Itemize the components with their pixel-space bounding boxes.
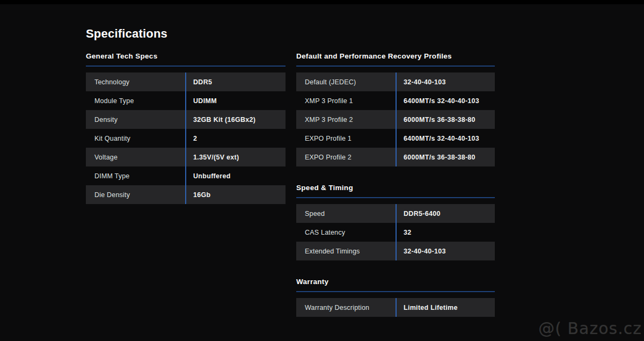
spec-label: Kit Quantity [86, 135, 185, 142]
spec-label: XMP 3 Profile 2 [296, 116, 396, 124]
page-title: Specifications [86, 27, 167, 41]
section-warranty: WarrantyWarranty DescriptionLimited Life… [296, 278, 495, 317]
section-underline-accent [296, 66, 495, 67]
spec-value: 2 [185, 135, 286, 142]
column-divider [396, 72, 397, 166]
spec-value: 6000MT/s 36-38-38-80 [396, 154, 495, 161]
spec-label: Die Density [86, 191, 185, 199]
bazos-watermark: @( Bazos.cz [538, 319, 642, 338]
section-title: Speed & Timing [296, 184, 495, 192]
spec-label: Default (JEDEC) [296, 78, 396, 86]
spec-label: Technology [86, 78, 185, 86]
spec-value: Limited Lifetime [396, 304, 495, 311]
spec-label: DIMM Type [86, 172, 185, 180]
column-divider [396, 298, 397, 317]
section-underline-accent [86, 66, 286, 67]
spec-table: SpeedDDR5-6400CAS Latency32Extended Timi… [296, 204, 495, 260]
section-title: General Tech Specs [86, 52, 286, 60]
specs-column-left: General Tech SpecsTechnologyDDR5Module T… [86, 52, 286, 221]
section-speed-timing: Speed & TimingSpeedDDR5-6400CAS Latency3… [296, 184, 495, 260]
specs-column-right: Default and Performance Recovery Profile… [296, 52, 495, 334]
spec-label: CAS Latency [296, 229, 396, 236]
window-top-edge [0, 0, 644, 4]
spec-value: 32-40-40-103 [396, 248, 495, 255]
spec-value: 6400MT/s 32-40-40-103 [396, 135, 495, 142]
spec-value: 1.35V/(5V ext) [185, 154, 286, 161]
spec-value: 6400MT/s 32-40-40-103 [396, 97, 495, 105]
spec-value: 16Gb [185, 191, 286, 199]
spec-value: 6000MT/s 36-38-38-80 [396, 116, 495, 124]
spec-table: Default (JEDEC)32-40-40-103XMP 3 Profile… [296, 72, 495, 166]
column-divider [185, 72, 186, 204]
spec-value: Unbuffered [185, 172, 286, 180]
spec-value: 32-40-40-103 [396, 78, 495, 86]
spec-value: 32GB Kit (16GBx2) [185, 116, 286, 124]
spec-label: Extended Timings [296, 248, 396, 255]
spec-table: Warranty DescriptionLimited Lifetime [296, 298, 495, 317]
section-underline-accent [296, 291, 495, 292]
spec-label: EXPO Profile 2 [296, 154, 396, 161]
column-divider [396, 204, 397, 260]
spec-value: UDIMM [185, 97, 286, 105]
spec-label: Voltage [86, 154, 185, 161]
spec-label: Speed [296, 210, 396, 217]
section-default-performance-recovery-profiles: Default and Performance Recovery Profile… [296, 52, 495, 166]
section-title: Default and Performance Recovery Profile… [296, 52, 495, 60]
section-general-tech-specs: General Tech SpecsTechnologyDDR5Module T… [86, 52, 286, 204]
section-title: Warranty [296, 278, 495, 286]
spec-table: TechnologyDDR5Module TypeUDIMMDensity32G… [86, 72, 286, 204]
section-underline-accent [296, 197, 495, 198]
spec-value: 32 [396, 229, 495, 236]
spec-label: EXPO Profile 1 [296, 135, 396, 142]
spec-label: Warranty Description [296, 304, 396, 311]
spec-label: Module Type [86, 97, 185, 105]
spec-label: XMP 3 Profile 1 [296, 97, 396, 105]
spec-value: DDR5 [185, 78, 286, 86]
spec-label: Density [86, 116, 185, 124]
spec-value: DDR5-6400 [396, 210, 495, 217]
